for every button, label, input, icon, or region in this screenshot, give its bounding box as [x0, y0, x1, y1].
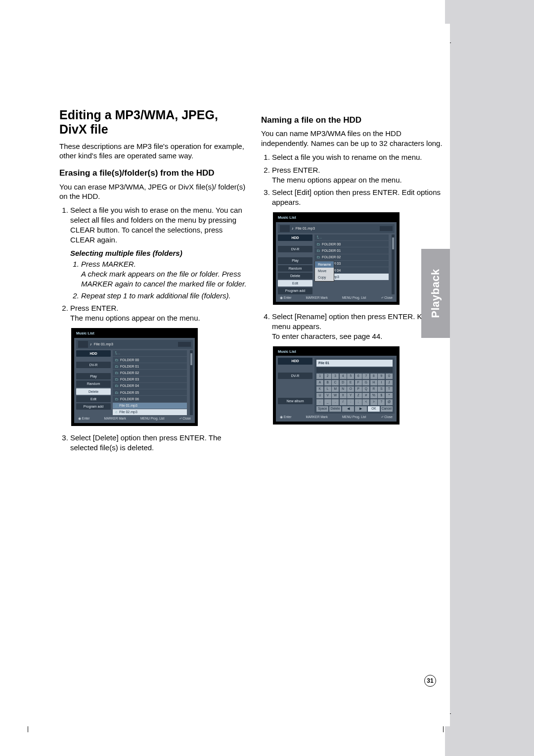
- current-file: File 01.mp3: [94, 342, 113, 347]
- key-K: K: [316, 386, 323, 392]
- menu-play: Play: [278, 257, 312, 264]
- ui-main-row: HDD DV-R Play Random Delete Edit Program…: [76, 350, 193, 415]
- ui-footer: ◉ Enter MARKER Mark MENU Prog. List ⤶ Cl…: [76, 415, 193, 421]
- key-8: 8: [370, 374, 377, 379]
- key-Q: Q: [362, 386, 369, 392]
- list-folder: 🗀FOLDER 00: [314, 241, 389, 247]
- ui-screenshot-delete: Music List ♪ File 01.mp3 HDD: [71, 328, 198, 426]
- new-album-button: New album: [278, 398, 312, 404]
- menu-random: Random: [278, 265, 312, 272]
- key-:: :: [347, 399, 354, 405]
- content-columns: Editing a MP3/WMA, JPEG, DivX file These…: [59, 108, 450, 455]
- key-H: H: [370, 380, 377, 386]
- key-I: I: [378, 380, 385, 386]
- heading-main: Editing a MP3/WMA, JPEG, DivX file: [59, 108, 247, 137]
- list-folder: 🗀FOLDER 05: [113, 389, 187, 395]
- key-0: 0: [386, 374, 393, 379]
- naming-steps-cont: Select [Rename] option then press ENTER.…: [261, 312, 449, 341]
- key->: >: [370, 399, 377, 405]
- key-_: _: [324, 399, 331, 405]
- key-U: U: [316, 393, 323, 399]
- preview-icon: [78, 341, 88, 348]
- erasing-paragraph: You can erase MP3/WMA, JPEG or DivX file…: [59, 182, 247, 202]
- footer-mark: MARKER Mark: [306, 415, 328, 420]
- key-#: #: [362, 393, 369, 399]
- dvr-label: DV-R: [278, 246, 312, 252]
- current-file: File 01.mp3: [296, 226, 315, 231]
- dvr-label: DV-R: [76, 362, 111, 368]
- footer-close: ⤶ Close: [381, 415, 393, 420]
- key-E: E: [347, 380, 354, 386]
- key-;: ;: [355, 399, 362, 405]
- ui-title: Music List: [276, 215, 397, 220]
- list-folder: 🗀FOLDER 03: [113, 377, 187, 382]
- menu-delete: Delete: [76, 388, 111, 395]
- footer-prog: MENU Prog. List: [342, 415, 366, 420]
- footer-prog: MENU Prog. List: [342, 296, 366, 300]
- naming-steps: Select a file you wish to rename on the …: [261, 152, 449, 207]
- page-number-value: 31: [427, 677, 433, 684]
- folder-icon: 🗀: [115, 371, 118, 375]
- footer-close: ⤶ Close: [179, 417, 191, 421]
- list-folder: 🗀FOLDER 04: [113, 383, 187, 389]
- list-up: ⮤..: [113, 350, 187, 356]
- outer-grey-margin: [445, 0, 534, 756]
- menu-play: Play: [76, 373, 111, 379]
- ui-header: ♪ File 01.mp3: [76, 340, 193, 349]
- key-O: O: [347, 386, 354, 392]
- ui-body: HDD DV-R New album File 01 1234567890ABC…: [276, 356, 397, 421]
- folder-icon: 🗀: [316, 255, 320, 259]
- ui-title: Music List: [74, 331, 195, 336]
- key-5: 5: [347, 374, 354, 379]
- popup-move: Move: [315, 268, 334, 274]
- heading-erasing: Erasing a file(s)/folder(s) from the HDD: [59, 168, 247, 179]
- key-cancel: Cancel: [381, 406, 393, 412]
- key-Y: Y: [347, 393, 354, 399]
- selecting-substeps: Press MARKER. A check mark appears on th…: [70, 259, 247, 300]
- menu-edit: Edit: [76, 396, 111, 402]
- key-◀: ◀: [342, 406, 354, 412]
- key-9: 9: [378, 374, 385, 379]
- footer-enter: ◉ Enter: [280, 415, 291, 420]
- preview-icon: [280, 225, 290, 232]
- key-/: /: [340, 399, 347, 405]
- list-file-selected: ♫File 02.mp3: [113, 409, 187, 415]
- dvr-label: DV-R: [278, 373, 312, 379]
- footer-close: ⤶ Close: [381, 296, 393, 300]
- list-folder: 🗀FOLDER 02: [113, 370, 187, 376]
- folder-icon: 🗀: [115, 383, 118, 388]
- page: Editing a MP3/WMA, JPEG, DivX file These…: [20, 24, 450, 726]
- thumb-icon: [178, 342, 191, 347]
- key-@: @: [386, 399, 393, 405]
- key-V: V: [324, 393, 331, 399]
- key--: -: [316, 399, 323, 405]
- naming-paragraph: You can name MP3/WMA files on the HDD in…: [261, 129, 449, 148]
- page-container: Editing a MP3/WMA, JPEG, DivX file These…: [0, 0, 534, 756]
- folder-icon: 🗀: [115, 397, 118, 401]
- footer-mark: MARKER Mark: [104, 417, 126, 421]
- up-folder-icon: ⮤..: [316, 235, 322, 239]
- heading-naming: Naming a file on the HDD: [261, 115, 449, 126]
- key-1: 1: [316, 374, 323, 379]
- page-number: 31: [424, 675, 436, 687]
- scrollbar: [190, 350, 193, 415]
- list-folder: 🗀FOLDER 00: [113, 357, 187, 363]
- ui-left-menu: HDD DV-R Play Random Delete Edit Program…: [76, 350, 111, 415]
- folder-icon: 🗀: [115, 390, 118, 395]
- folder-icon: 🗀: [115, 377, 118, 381]
- ui-main-row: HDD DV-R Play Random Delete Edit Program…: [278, 235, 395, 294]
- step-2: Press ENTER. The menu options appear on …: [70, 303, 247, 323]
- erasing-steps: Select a file you wish to erase on the m…: [59, 205, 247, 323]
- key-6: 6: [355, 374, 362, 379]
- footer-mark: MARKER Mark: [306, 296, 328, 300]
- list-folder: 🗀FOLDER 06: [113, 396, 187, 402]
- key-ok: OK: [368, 406, 380, 412]
- music-file-icon: ♫: [115, 410, 117, 414]
- key-P: P: [355, 386, 362, 392]
- folder-icon: 🗀: [115, 364, 118, 369]
- key-F: F: [355, 380, 362, 386]
- keyboard-area: File 01 1234567890ABCDEFGHIJKLMNOPQRSTUV…: [314, 358, 395, 414]
- substep-2: Repeat step 1 to mark additional file (f…: [81, 291, 247, 301]
- up-folder-icon: ⮤..: [115, 351, 120, 355]
- key-Z: Z: [355, 393, 362, 399]
